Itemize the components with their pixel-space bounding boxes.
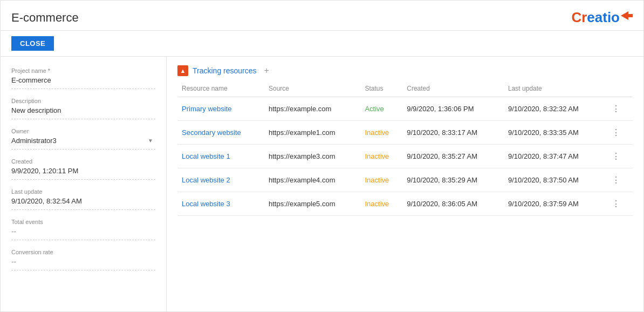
status-badge-3: Inactive: [365, 176, 389, 184]
row-actions-button-0[interactable]: [609, 103, 622, 115]
resource-name-link-4[interactable]: Local website 3: [182, 200, 230, 208]
col-header-last-update: Last update: [504, 83, 605, 97]
status-badge-1: Inactive: [365, 128, 389, 137]
logo-arrow-icon: [621, 11, 633, 20]
row-actions-button-3[interactable]: [609, 174, 622, 186]
close-button[interactable]: CLOSE: [11, 36, 54, 51]
resource-name-link-0[interactable]: Primary website: [182, 105, 231, 113]
app-container: E-commerce Creatio CLOSE Project name * …: [0, 0, 644, 312]
tracking-title: Tracking resources: [193, 66, 257, 75]
col-header-status: Status: [360, 83, 402, 97]
cell-created-1: 9/10/2020, 8:33:17 AM: [402, 121, 504, 145]
status-badge-4: Inactive: [365, 200, 389, 208]
three-dots-icon-3: [612, 175, 620, 185]
left-panel: Project name * E-commerce Description Ne…: [1, 57, 167, 311]
resource-name-link-3[interactable]: Local website 2: [182, 176, 230, 184]
logo-cr: Cr: [571, 9, 587, 25]
field-value-conversion-rate: --: [11, 257, 155, 266]
cell-name-0[interactable]: Primary website: [177, 97, 264, 121]
logo-eatio: eatio: [587, 9, 620, 25]
table-header: Resource name Source Status Created Last…: [177, 83, 633, 97]
field-last-update: Last update 9/10/2020, 8:32:54 AM: [11, 188, 155, 210]
resources-table: Resource name Source Status Created Last…: [177, 83, 633, 216]
header: E-commerce Creatio: [1, 1, 643, 31]
cell-status-3: Inactive: [360, 168, 402, 192]
add-resource-button[interactable]: +: [262, 66, 271, 76]
row-actions-button-1[interactable]: [609, 126, 622, 139]
owner-field[interactable]: Administrator3 ▼: [11, 137, 155, 145]
cell-name-2[interactable]: Local website 1: [177, 145, 264, 168]
resource-name-link-2[interactable]: Local website 1: [182, 152, 230, 160]
cell-status-2: Inactive: [360, 145, 402, 168]
field-owner: Owner Administrator3 ▼: [11, 128, 155, 150]
cell-name-4[interactable]: Local website 3: [177, 192, 264, 216]
cell-created-2: 9/10/2020, 8:35:27 AM: [402, 145, 504, 168]
cell-source-3: https://example4.com: [264, 168, 361, 192]
cell-last-update-4: 9/10/2020, 8:37:59 AM: [504, 192, 605, 216]
logo-text: Creatio: [571, 9, 620, 26]
field-conversion-rate: Conversion rate --: [11, 249, 155, 270]
field-value-description: New description: [11, 106, 155, 114]
field-label-last-update: Last update: [11, 188, 155, 195]
col-header-source: Source: [264, 83, 361, 97]
right-panel: ▲ Tracking resources + Resource name Sou…: [167, 57, 643, 311]
cell-actions-3: [605, 168, 633, 192]
row-actions-button-2[interactable]: [609, 150, 622, 162]
table-row: Secondary website https://example1.com I…: [177, 121, 633, 145]
table-row: Local website 3 https://example5.com Ina…: [177, 192, 633, 216]
table-body: Primary website https://example.com Acti…: [177, 97, 633, 216]
status-badge-2: Inactive: [365, 152, 389, 160]
cell-last-update-3: 9/10/2020, 8:37:50 AM: [504, 168, 605, 192]
field-value-project-name: E-commerce: [11, 76, 155, 84]
cell-name-1[interactable]: Secondary website: [177, 121, 264, 145]
resource-name-link-1[interactable]: Secondary website: [182, 128, 241, 137]
field-project-name: Project name * E-commerce: [11, 67, 155, 89]
table-row: Local website 2 https://example4.com Ina…: [177, 168, 633, 192]
tracking-header: ▲ Tracking resources +: [177, 65, 633, 76]
col-header-actions: [605, 83, 633, 97]
field-label-conversion-rate: Conversion rate: [11, 249, 155, 255]
field-label-project-name: Project name *: [11, 67, 155, 74]
cell-source-2: https://example3.com: [264, 145, 361, 168]
cell-last-update-2: 9/10/2020, 8:37:47 AM: [504, 145, 605, 168]
main-content: Project name * E-commerce Description Ne…: [1, 57, 643, 311]
cell-last-update-0: 9/10/2020, 8:32:32 AM: [504, 97, 605, 121]
table-row: Primary website https://example.com Acti…: [177, 97, 633, 121]
cell-created-0: 9/9/2020, 1:36:06 PM: [402, 97, 504, 121]
three-dots-icon-2: [612, 151, 620, 161]
cell-name-3[interactable]: Local website 2: [177, 168, 264, 192]
table-row: Local website 1 https://example3.com Ina…: [177, 145, 633, 168]
field-label-total-events: Total events: [11, 219, 155, 225]
three-dots-icon-4: [612, 199, 620, 209]
field-value-total-events: --: [11, 227, 155, 235]
row-actions-button-4[interactable]: [609, 198, 622, 210]
field-value-last-update: 9/10/2020, 8:32:54 AM: [11, 197, 155, 205]
cell-status-4: Inactive: [360, 192, 402, 216]
col-header-name: Resource name: [177, 83, 264, 97]
field-label-owner: Owner: [11, 128, 155, 134]
cell-actions-1: [605, 121, 633, 145]
logo: Creatio: [571, 9, 633, 26]
page-title: E-commerce: [11, 11, 79, 25]
cell-created-4: 9/10/2020, 8:36:05 AM: [402, 192, 504, 216]
tracking-collapse-icon[interactable]: ▲: [177, 65, 188, 76]
field-label-created: Created: [11, 158, 155, 165]
field-value-created: 9/9/2020, 1:20:11 PM: [11, 167, 155, 175]
cell-actions-4: [605, 192, 633, 216]
cell-source-1: https://example1.com: [264, 121, 361, 145]
cell-actions-0: [605, 97, 633, 121]
field-total-events: Total events --: [11, 219, 155, 240]
three-dots-icon-0: [612, 104, 620, 114]
field-label-description: Description: [11, 98, 155, 104]
three-dots-icon-1: [612, 127, 620, 138]
toolbar-row: CLOSE: [1, 31, 643, 57]
cell-status-1: Inactive: [360, 121, 402, 145]
cell-created-3: 9/10/2020, 8:35:29 AM: [402, 168, 504, 192]
cell-status-0: Active: [360, 97, 402, 121]
field-value-owner: Administrator3: [11, 137, 57, 145]
cell-actions-2: [605, 145, 633, 168]
field-created: Created 9/9/2020, 1:20:11 PM: [11, 158, 155, 180]
field-description: Description New description: [11, 98, 155, 119]
cell-source-0: https://example.com: [264, 97, 361, 121]
cell-source-4: https://example5.com: [264, 192, 361, 216]
